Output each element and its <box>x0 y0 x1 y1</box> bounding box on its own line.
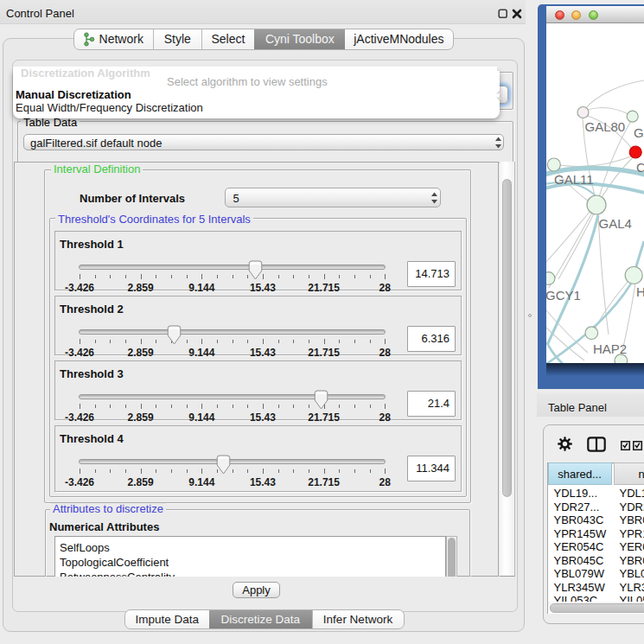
svg-text:HAP2: HAP2 <box>593 341 627 356</box>
svg-text:GCY1: GCY1 <box>546 288 581 303</box>
svg-text:GA: GA <box>634 125 644 140</box>
svg-text:C: C <box>636 160 644 175</box>
svg-text:GAL80: GAL80 <box>585 119 626 134</box>
svg-text:GAL11: GAL11 <box>554 172 594 187</box>
svg-text:GAL4: GAL4 <box>599 216 632 231</box>
svg-text:H: H <box>636 284 644 299</box>
